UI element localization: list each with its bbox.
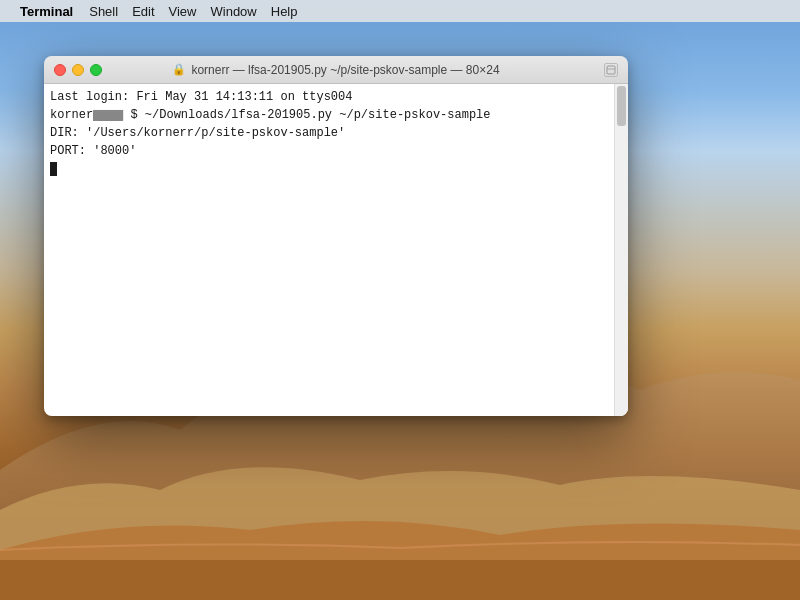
scrollbar-thumb[interactable] (617, 86, 626, 126)
terminal-line-3: DIR: '/Users/kornerr/p/site-pskov-sample… (50, 124, 608, 142)
lock-icon: 🔒 (172, 63, 186, 76)
scrollbar[interactable] (614, 84, 628, 416)
menubar: Terminal Shell Edit View Window Help (0, 0, 800, 22)
title-text: kornerr — lfsa-201905.py ~/p/site-pskov-… (191, 63, 499, 77)
menu-edit[interactable]: Edit (132, 4, 154, 19)
terminal-line-4: PORT: '8000' (50, 142, 608, 160)
scrollbar-track[interactable] (615, 84, 628, 416)
terminal-line-2: korner▓▓▓▓▓ $ ~/Downloads/lfsa-201905.py… (50, 106, 608, 124)
window-title: 🔒 kornerr — lfsa-201905.py ~/p/site-psko… (172, 63, 499, 77)
menu-shell[interactable]: Shell (89, 4, 118, 19)
terminal-cursor (50, 162, 57, 176)
svg-rect-1 (607, 66, 615, 74)
resize-icon (606, 65, 616, 75)
terminal-line-5 (50, 160, 608, 178)
terminal-line-1: Last login: Fri May 31 14:13:11 on ttys0… (50, 88, 608, 106)
terminal-text[interactable]: Last login: Fri May 31 14:13:11 on ttys0… (44, 84, 614, 416)
scrollbar-toggle[interactable] (604, 63, 618, 77)
terminal-content[interactable]: Last login: Fri May 31 14:13:11 on ttys0… (44, 84, 628, 416)
traffic-lights (54, 64, 102, 76)
terminal-window: 🔒 kornerr — lfsa-201905.py ~/p/site-psko… (44, 56, 628, 416)
close-button[interactable] (54, 64, 66, 76)
app-name[interactable]: Terminal (20, 4, 73, 19)
title-bar: 🔒 kornerr — lfsa-201905.py ~/p/site-psko… (44, 56, 628, 84)
menu-help[interactable]: Help (271, 4, 298, 19)
menu-view[interactable]: View (169, 4, 197, 19)
maximize-button[interactable] (90, 64, 102, 76)
minimize-button[interactable] (72, 64, 84, 76)
menu-window[interactable]: Window (211, 4, 257, 19)
svg-rect-0 (0, 560, 800, 600)
